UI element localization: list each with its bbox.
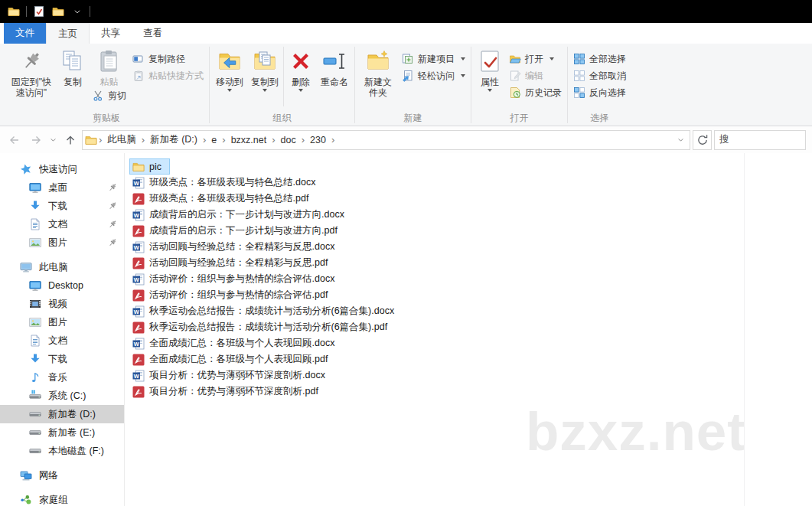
forward-button[interactable] [26,131,45,149]
sidebar-item[interactable]: 新加卷 (D:) [0,405,124,423]
word-icon: W [132,241,145,253]
drive-icon [29,408,41,420]
file-item[interactable]: 全面成绩汇总：各班级与个人表现回顾.pdf [129,351,336,367]
file-item[interactable]: W全面成绩汇总：各班级与个人表现回顾.docx [129,335,343,351]
breadcrumb[interactable]: ›此电脑›新加卷 (D:)›e›bzxz.net›doc›230› [82,130,690,150]
sidebar-item[interactable]: 音乐 [0,368,124,387]
svg-text:W: W [134,179,140,186]
qat-folder-icon[interactable] [7,5,21,18]
main-area: 快速访问桌面下载文档图片此电脑Desktop视频图片文档下载音乐系统 (C:)新… [0,153,812,506]
delete-icon [289,49,313,73]
tab-view[interactable]: 查看 [132,23,174,44]
file-item[interactable]: W成绩背后的启示：下一步计划与改进方向.docx [129,207,353,223]
delete-button[interactable]: 删除 [285,45,317,92]
sidebar-item[interactable]: 下载 [0,197,124,215]
svg-text:W: W [134,276,140,282]
breadcrumb-item[interactable]: e [207,135,220,145]
move-to-icon [217,49,242,73]
select-all-icon [573,53,585,65]
sidebar-item[interactable]: 本地磁盘 (F:) [0,442,124,460]
file-name: pic [149,162,161,172]
breadcrumb-item[interactable]: doc [277,135,300,145]
pin-to-quick-access-button[interactable]: 固定到"快速访问" [6,45,57,98]
sidebar-item[interactable]: 视频 [0,295,124,313]
sidebar-item[interactable]: 网络 [0,466,124,485]
sidebar-item[interactable]: 下载 [0,350,124,368]
system-drive-icon [29,390,41,402]
file-item[interactable]: W班级亮点：各班级表现与特色总结.docx [129,175,324,191]
move-to-button[interactable]: 移动到 [212,45,247,92]
sidebar-item-label: 图片 [48,316,67,329]
word-icon: W [132,177,145,189]
copy-button[interactable]: 复制 [57,45,89,87]
file-name: 全面成绩汇总：各班级与个人表现回顾.docx [149,337,334,350]
desktop-icon [29,279,41,292]
tab-share[interactable]: 共享 [90,23,132,44]
pdf-icon [132,193,145,205]
copy-to-button[interactable]: 复制到 [247,45,282,92]
file-item[interactable]: 活动评价：组织与参与热情的综合评估.pdf [129,287,336,303]
sidebar-item[interactable]: Desktop [0,276,124,295]
paste-icon [97,49,122,73]
music-icon [29,371,41,384]
breadcrumb-item[interactable]: bzxz.net [227,135,271,145]
qat-customize-dropdown-icon[interactable] [70,5,84,18]
sidebar-item[interactable]: 桌面 [0,178,124,197]
invert-selection-button[interactable]: 反向选择 [570,84,629,101]
tab-file[interactable]: 文件 [4,23,46,44]
sidebar-item[interactable]: 系统 (C:) [0,387,124,405]
select-none-button[interactable]: 全部取消 [570,67,629,84]
svg-text:...: ... [139,57,142,62]
new-folder-button[interactable]: 新建文件夹 [357,45,399,98]
sidebar-item[interactable]: 新加卷 (E:) [0,423,124,442]
sidebar-item[interactable]: 文档 [0,331,124,350]
sidebar-item[interactable]: 文档 [0,215,124,233]
file-item[interactable]: 项目分析：优势与薄弱环节深度剖析.pdf [129,384,327,400]
search-input[interactable]: 搜 [714,130,806,150]
sidebar-item[interactable]: 此电脑 [0,258,124,276]
paste-shortcut-button[interactable]: 粘贴快捷方式 [129,67,207,84]
sidebar-item[interactable]: 家庭组 [0,491,124,506]
word-icon: W [132,338,145,350]
copy-path-button[interactable]: ... 复制路径 [129,51,207,67]
file-item[interactable]: 秋季运动会总结报告：成绩统计与活动分析(6篇合集).pdf [129,319,396,335]
pin-icon [107,219,118,230]
file-item[interactable]: 活动回顾与经验总结：全程精彩与反思.pdf [129,255,336,271]
select-all-button[interactable]: 全部选择 [570,51,629,67]
paste-button[interactable]: 粘贴 [93,45,126,87]
up-button[interactable] [60,131,80,149]
refresh-button[interactable] [693,130,712,150]
file-item[interactable]: 班级亮点：各班级表现与特色总结.pdf [129,191,317,207]
file-name: 活动评价：组织与参与热情的综合评估.pdf [149,289,328,302]
open-button[interactable]: 打开 [506,51,565,67]
qat-new-folder-icon[interactable] [51,5,65,18]
breadcrumb-separator: › [330,134,336,145]
rename-button[interactable]: 重命名 [317,45,352,87]
sidebar-item[interactable]: 图片 [0,233,124,252]
breadcrumb-item[interactable]: 此电脑 [103,133,140,146]
qat-properties-icon[interactable] [32,5,46,18]
new-item-button[interactable]: 新建项目 [399,51,468,67]
breadcrumb-item[interactable]: 230 [306,135,330,145]
file-item[interactable]: W项目分析：优势与薄弱环节深度剖析.docx [129,367,334,384]
easy-access-button[interactable]: 轻松访问 [399,67,468,84]
ribbon-group-select: 全部选择 全部取消 反向选择 选择 [569,45,631,126]
file-item[interactable]: W秋季运动会总结报告：成绩统计与活动分析(6篇合集).docx [129,303,403,319]
recent-locations-dropdown[interactable] [47,131,58,149]
file-item[interactable]: W活动回顾与经验总结：全程精彩与反思.docx [129,239,343,255]
address-dropdown-icon[interactable] [673,136,687,143]
edit-button[interactable]: 编辑 [506,67,565,84]
sidebar-item[interactable]: 快速访问 [0,160,124,178]
properties-button[interactable]: 属性 [474,45,506,92]
file-item[interactable]: W活动评价：组织与参与热情的综合评估.docx [129,271,343,287]
sidebar-item[interactable]: 图片 [0,313,124,331]
history-button[interactable]: 历史记录 [506,84,565,101]
cut-button[interactable]: 剪切 [89,87,129,104]
sidebar-item-label: 视频 [48,298,67,311]
file-item[interactable]: 成绩背后的启示：下一步计划与改进方向.pdf [129,223,346,239]
back-button[interactable] [5,131,24,149]
tab-home[interactable]: 主页 [46,23,90,44]
file-item[interactable]: pic [129,158,170,175]
breadcrumb-item[interactable]: 新加卷 (D:) [146,133,201,146]
sidebar-item-label: 此电脑 [39,261,68,274]
